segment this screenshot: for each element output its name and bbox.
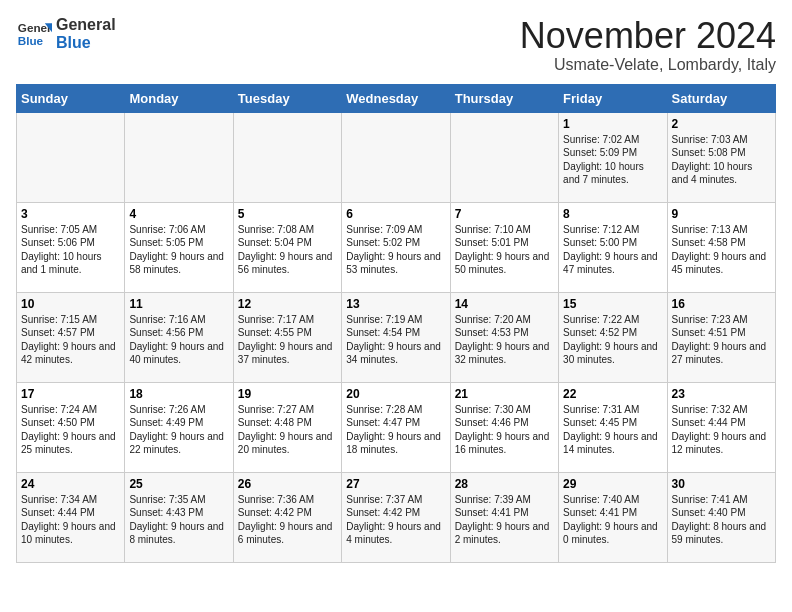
day-number: 6 [346,207,445,221]
header-sunday: Sunday [17,84,125,112]
calendar-cell: 14Sunrise: 7:20 AM Sunset: 4:53 PM Dayli… [450,292,558,382]
day-number: 12 [238,297,337,311]
calendar-cell: 5Sunrise: 7:08 AM Sunset: 5:04 PM Daylig… [233,202,341,292]
calendar-cell: 29Sunrise: 7:40 AM Sunset: 4:41 PM Dayli… [559,472,667,562]
calendar-cell: 13Sunrise: 7:19 AM Sunset: 4:54 PM Dayli… [342,292,450,382]
calendar-cell: 12Sunrise: 7:17 AM Sunset: 4:55 PM Dayli… [233,292,341,382]
header-friday: Friday [559,84,667,112]
day-info: Sunrise: 7:24 AM Sunset: 4:50 PM Dayligh… [21,403,120,457]
calendar-cell: 15Sunrise: 7:22 AM Sunset: 4:52 PM Dayli… [559,292,667,382]
calendar-cell: 25Sunrise: 7:35 AM Sunset: 4:43 PM Dayli… [125,472,233,562]
day-info: Sunrise: 7:31 AM Sunset: 4:45 PM Dayligh… [563,403,662,457]
day-number: 19 [238,387,337,401]
header-thursday: Thursday [450,84,558,112]
calendar-cell: 4Sunrise: 7:06 AM Sunset: 5:05 PM Daylig… [125,202,233,292]
calendar-cell: 17Sunrise: 7:24 AM Sunset: 4:50 PM Dayli… [17,382,125,472]
calendar-week-row: 10Sunrise: 7:15 AM Sunset: 4:57 PM Dayli… [17,292,776,382]
day-info: Sunrise: 7:16 AM Sunset: 4:56 PM Dayligh… [129,313,228,367]
day-info: Sunrise: 7:40 AM Sunset: 4:41 PM Dayligh… [563,493,662,547]
day-number: 3 [21,207,120,221]
title-block: November 2024 Usmate-Velate, Lombardy, I… [520,16,776,74]
logo-blue-text: Blue [56,34,116,52]
calendar-cell: 28Sunrise: 7:39 AM Sunset: 4:41 PM Dayli… [450,472,558,562]
day-number: 22 [563,387,662,401]
day-number: 7 [455,207,554,221]
page-header: General Blue General Blue November 2024 … [16,16,776,74]
calendar-header-row: SundayMondayTuesdayWednesdayThursdayFrid… [17,84,776,112]
calendar-cell: 23Sunrise: 7:32 AM Sunset: 4:44 PM Dayli… [667,382,775,472]
calendar-week-row: 3Sunrise: 7:05 AM Sunset: 5:06 PM Daylig… [17,202,776,292]
calendar-cell: 26Sunrise: 7:36 AM Sunset: 4:42 PM Dayli… [233,472,341,562]
calendar-cell: 19Sunrise: 7:27 AM Sunset: 4:48 PM Dayli… [233,382,341,472]
calendar-cell: 1Sunrise: 7:02 AM Sunset: 5:09 PM Daylig… [559,112,667,202]
day-number: 21 [455,387,554,401]
day-number: 23 [672,387,771,401]
header-monday: Monday [125,84,233,112]
day-number: 11 [129,297,228,311]
logo: General Blue General Blue [16,16,116,52]
calendar-cell [450,112,558,202]
day-info: Sunrise: 7:28 AM Sunset: 4:47 PM Dayligh… [346,403,445,457]
calendar-cell [125,112,233,202]
day-info: Sunrise: 7:03 AM Sunset: 5:08 PM Dayligh… [672,133,771,187]
calendar-cell: 11Sunrise: 7:16 AM Sunset: 4:56 PM Dayli… [125,292,233,382]
day-number: 18 [129,387,228,401]
calendar-cell: 30Sunrise: 7:41 AM Sunset: 4:40 PM Dayli… [667,472,775,562]
day-number: 20 [346,387,445,401]
calendar-week-row: 24Sunrise: 7:34 AM Sunset: 4:44 PM Dayli… [17,472,776,562]
day-info: Sunrise: 7:13 AM Sunset: 4:58 PM Dayligh… [672,223,771,277]
calendar-table: SundayMondayTuesdayWednesdayThursdayFrid… [16,84,776,563]
day-info: Sunrise: 7:39 AM Sunset: 4:41 PM Dayligh… [455,493,554,547]
day-info: Sunrise: 7:10 AM Sunset: 5:01 PM Dayligh… [455,223,554,277]
calendar-cell: 6Sunrise: 7:09 AM Sunset: 5:02 PM Daylig… [342,202,450,292]
day-info: Sunrise: 7:05 AM Sunset: 5:06 PM Dayligh… [21,223,120,277]
day-number: 14 [455,297,554,311]
calendar-cell: 8Sunrise: 7:12 AM Sunset: 5:00 PM Daylig… [559,202,667,292]
calendar-cell: 9Sunrise: 7:13 AM Sunset: 4:58 PM Daylig… [667,202,775,292]
calendar-cell [17,112,125,202]
day-info: Sunrise: 7:17 AM Sunset: 4:55 PM Dayligh… [238,313,337,367]
location: Usmate-Velate, Lombardy, Italy [520,56,776,74]
day-info: Sunrise: 7:27 AM Sunset: 4:48 PM Dayligh… [238,403,337,457]
day-number: 1 [563,117,662,131]
day-info: Sunrise: 7:06 AM Sunset: 5:05 PM Dayligh… [129,223,228,277]
day-info: Sunrise: 7:23 AM Sunset: 4:51 PM Dayligh… [672,313,771,367]
calendar-cell [233,112,341,202]
day-number: 16 [672,297,771,311]
calendar-cell: 10Sunrise: 7:15 AM Sunset: 4:57 PM Dayli… [17,292,125,382]
day-number: 2 [672,117,771,131]
calendar-cell: 7Sunrise: 7:10 AM Sunset: 5:01 PM Daylig… [450,202,558,292]
day-info: Sunrise: 7:36 AM Sunset: 4:42 PM Dayligh… [238,493,337,547]
calendar-week-row: 1Sunrise: 7:02 AM Sunset: 5:09 PM Daylig… [17,112,776,202]
calendar-cell: 22Sunrise: 7:31 AM Sunset: 4:45 PM Dayli… [559,382,667,472]
header-saturday: Saturday [667,84,775,112]
day-number: 17 [21,387,120,401]
day-info: Sunrise: 7:12 AM Sunset: 5:00 PM Dayligh… [563,223,662,277]
calendar-cell: 18Sunrise: 7:26 AM Sunset: 4:49 PM Dayli… [125,382,233,472]
header-wednesday: Wednesday [342,84,450,112]
logo-icon: General Blue [16,16,52,52]
calendar-cell: 24Sunrise: 7:34 AM Sunset: 4:44 PM Dayli… [17,472,125,562]
calendar-cell: 16Sunrise: 7:23 AM Sunset: 4:51 PM Dayli… [667,292,775,382]
day-number: 10 [21,297,120,311]
calendar-week-row: 17Sunrise: 7:24 AM Sunset: 4:50 PM Dayli… [17,382,776,472]
day-number: 29 [563,477,662,491]
calendar-cell [342,112,450,202]
day-number: 9 [672,207,771,221]
day-info: Sunrise: 7:37 AM Sunset: 4:42 PM Dayligh… [346,493,445,547]
day-number: 15 [563,297,662,311]
calendar-cell: 27Sunrise: 7:37 AM Sunset: 4:42 PM Dayli… [342,472,450,562]
day-number: 27 [346,477,445,491]
day-number: 13 [346,297,445,311]
day-info: Sunrise: 7:19 AM Sunset: 4:54 PM Dayligh… [346,313,445,367]
day-number: 25 [129,477,228,491]
month-title: November 2024 [520,16,776,56]
calendar-cell: 20Sunrise: 7:28 AM Sunset: 4:47 PM Dayli… [342,382,450,472]
day-info: Sunrise: 7:22 AM Sunset: 4:52 PM Dayligh… [563,313,662,367]
day-number: 8 [563,207,662,221]
day-number: 4 [129,207,228,221]
day-info: Sunrise: 7:20 AM Sunset: 4:53 PM Dayligh… [455,313,554,367]
day-info: Sunrise: 7:30 AM Sunset: 4:46 PM Dayligh… [455,403,554,457]
header-tuesday: Tuesday [233,84,341,112]
logo-general-text: General [56,16,116,34]
